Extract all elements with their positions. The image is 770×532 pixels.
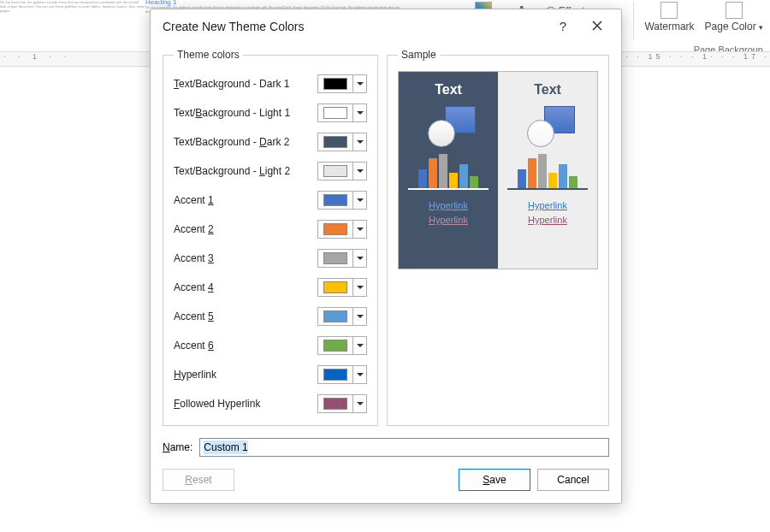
page-color-icon xyxy=(726,2,743,19)
close-button[interactable] xyxy=(580,14,614,39)
hyperlink-sample: Hyperlink xyxy=(505,198,590,213)
sample-text-dark: Text xyxy=(406,82,491,98)
chevron-down-icon xyxy=(352,104,366,121)
theme-color-row: Text/Background - Dark 1 xyxy=(174,69,367,98)
color-swatch xyxy=(323,78,347,90)
theme-color-label: Accent 2 xyxy=(174,223,214,235)
color-picker-button[interactable] xyxy=(317,103,367,122)
chart-bar xyxy=(569,176,578,188)
chevron-down-icon xyxy=(352,337,366,354)
help-button[interactable]: ? xyxy=(546,14,580,39)
color-swatch xyxy=(323,281,347,293)
color-picker-button[interactable] xyxy=(317,365,367,384)
color-picker-button[interactable] xyxy=(317,191,367,210)
watermark-icon xyxy=(660,2,678,19)
save-button[interactable]: Save xyxy=(459,469,530,491)
theme-color-label: Text/Background - Light 2 xyxy=(174,165,290,177)
sample-links-light: Hyperlink Hyperlink xyxy=(505,198,590,228)
reset-button: Reset xyxy=(163,469,234,491)
chart-bar xyxy=(518,169,526,188)
sample-legend: Sample xyxy=(398,49,440,61)
chart-bar xyxy=(559,164,567,188)
theme-color-row: Accent 5 xyxy=(174,302,367,331)
color-picker-button[interactable] xyxy=(317,220,367,239)
theme-color-label: Text/Background - Dark 1 xyxy=(174,78,289,90)
chevron-down-icon xyxy=(352,366,366,383)
circle-icon xyxy=(428,120,455,147)
ribbon-watermark[interactable]: Watermark xyxy=(644,2,694,33)
sample-chart-light xyxy=(507,152,588,190)
theme-color-label: Accent 6 xyxy=(174,340,214,352)
theme-color-row: Text/Background - Light 1 xyxy=(174,98,367,127)
theme-color-label: Accent 1 xyxy=(174,194,214,206)
close-icon xyxy=(592,21,602,31)
theme-color-row: Accent 2 xyxy=(174,215,367,244)
chevron-down-icon xyxy=(352,75,366,92)
theme-color-row: Accent 6 xyxy=(174,331,367,360)
color-picker-button[interactable] xyxy=(317,249,367,268)
name-input[interactable]: Custom 1 xyxy=(199,438,609,457)
chart-bar xyxy=(538,154,547,188)
dialog-title: Create New Theme Colors xyxy=(163,20,546,33)
chart-bar xyxy=(459,164,468,188)
theme-color-label: Accent 3 xyxy=(174,252,214,264)
circle-icon xyxy=(527,120,554,147)
color-picker-button[interactable] xyxy=(317,336,367,355)
followed-hyperlink-sample: Hyperlink xyxy=(505,213,590,228)
sample-preview: Text Hyperlink Hyperlink Text xyxy=(398,71,598,269)
theme-color-label: Hyperlink xyxy=(174,369,216,381)
hyperlink-sample: Hyperlink xyxy=(406,198,491,213)
theme-color-label: Text/Background - Light 1 xyxy=(174,107,290,119)
color-picker-button[interactable] xyxy=(317,133,367,151)
chevron-down-icon xyxy=(352,250,366,267)
color-swatch xyxy=(323,398,347,410)
create-theme-colors-dialog: Create New Theme Colors ? Theme colors T… xyxy=(150,9,622,504)
theme-color-row: Accent 1 xyxy=(174,186,367,215)
chart-bar xyxy=(548,173,557,188)
theme-color-row: Hyperlink xyxy=(174,360,367,389)
theme-color-label: Text/Background - Dark 2 xyxy=(174,136,289,148)
theme-color-row: Accent 3 xyxy=(174,244,367,273)
color-picker-button[interactable] xyxy=(317,74,367,93)
chart-bar xyxy=(470,176,478,188)
theme-color-row: Accent 4 xyxy=(174,273,367,302)
chevron-down-icon xyxy=(352,279,366,296)
theme-colors-group: Theme colors Text/Background - Dark 1Tex… xyxy=(163,49,378,426)
ribbon-page-color[interactable]: Page Color ▾ xyxy=(705,2,763,33)
theme-color-row: Followed Hyperlink xyxy=(174,389,367,418)
chart-bar xyxy=(418,169,427,188)
color-picker-button[interactable] xyxy=(317,162,367,180)
color-picker-button[interactable] xyxy=(317,278,367,297)
color-swatch xyxy=(323,107,347,119)
theme-colors-legend: Theme colors xyxy=(174,49,243,61)
chart-bar xyxy=(439,154,447,188)
button-row: Reset Save Cancel xyxy=(163,469,609,491)
theme-color-label: Accent 4 xyxy=(174,281,214,293)
chevron-down-icon xyxy=(352,395,366,412)
theme-color-label: Accent 5 xyxy=(174,310,214,322)
chevron-down-icon xyxy=(352,221,366,238)
color-swatch xyxy=(323,340,347,352)
sample-shapes-dark xyxy=(406,104,491,147)
theme-color-row: Text/Background - Light 2 xyxy=(174,157,367,186)
chevron-down-icon xyxy=(352,163,366,180)
chart-bar xyxy=(429,158,437,188)
color-swatch xyxy=(323,252,347,264)
chevron-down-icon xyxy=(352,133,366,151)
color-swatch xyxy=(323,165,347,177)
theme-color-row: Text/Background - Dark 2 xyxy=(174,127,367,157)
dialog-titlebar: Create New Theme Colors ? xyxy=(151,9,621,44)
sample-text-light: Text xyxy=(505,82,590,98)
chevron-down-icon xyxy=(352,192,366,209)
color-picker-button[interactable] xyxy=(317,394,367,413)
color-swatch xyxy=(323,369,347,381)
color-picker-button[interactable] xyxy=(317,307,367,326)
chart-bar xyxy=(528,158,536,188)
sample-light-panel: Text Hyperlink Hyperlink xyxy=(498,72,597,269)
chart-bar xyxy=(449,173,458,188)
nav-thumbnail: On the Insert tab, the galleries include… xyxy=(0,0,145,47)
sample-group: Sample Text Hyperlink Hyperlink xyxy=(387,49,609,426)
cancel-button[interactable]: Cancel xyxy=(537,469,609,491)
sample-dark-panel: Text Hyperlink Hyperlink xyxy=(399,72,498,269)
name-label: Name: xyxy=(163,441,192,453)
